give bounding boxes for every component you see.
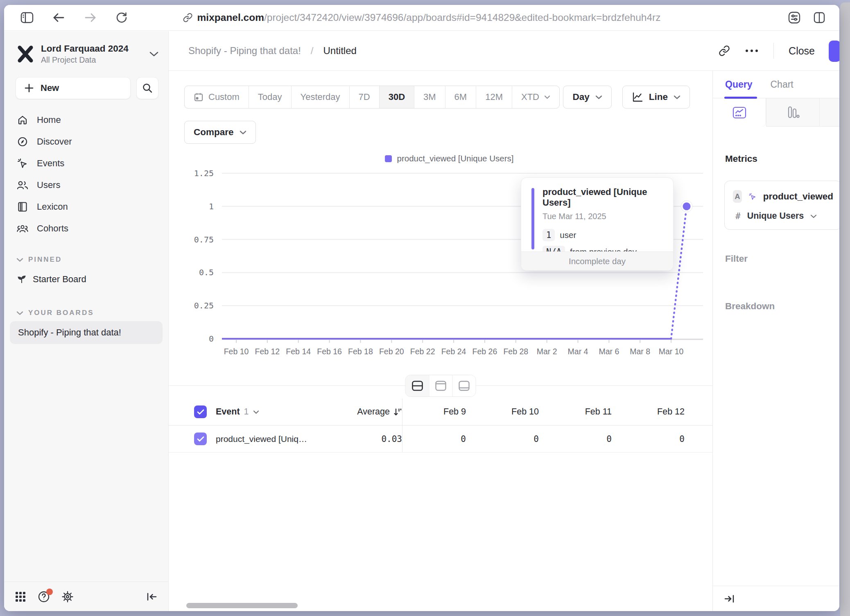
event-column-header[interactable]: Event 1 — [216, 407, 341, 417]
sidebar-item-home[interactable]: Home — [4, 109, 168, 131]
chevron-down-icon — [240, 130, 246, 135]
your-boards-section-header[interactable]: YOUR BOARDS — [4, 309, 168, 317]
chevron-down-icon — [16, 311, 23, 315]
select-all-checkbox[interactable] — [194, 405, 207, 418]
help-icon[interactable] — [38, 591, 50, 603]
granularity-dropdown[interactable]: Day — [563, 86, 611, 109]
apps-grid-icon[interactable] — [15, 591, 26, 602]
column-header-feb11[interactable]: Feb 11 — [539, 407, 612, 417]
search-button[interactable] — [136, 77, 158, 99]
sidebar-item-discover[interactable]: Discover — [4, 131, 168, 152]
funnel-bars-icon — [787, 105, 800, 119]
insights-report-tab[interactable] — [713, 98, 766, 127]
layout-table-only-toggle[interactable] — [452, 375, 476, 396]
board-item-label: Shopify - Piping that data! — [18, 327, 121, 338]
browser-window: mixpanel.com/project/3472420/view/397469… — [4, 5, 839, 611]
layout-chart-only-toggle[interactable] — [429, 375, 452, 396]
svg-text:Feb 28: Feb 28 — [503, 347, 528, 356]
sidebar-item-users[interactable]: Users — [4, 174, 168, 196]
sidebar-item-cohorts[interactable]: Cohorts — [4, 217, 168, 239]
chart-type-label: Line — [649, 92, 668, 102]
tab-query[interactable]: Query — [725, 79, 752, 90]
query-panel-footer — [713, 586, 839, 611]
horizontal-scrollbar[interactable] — [186, 603, 298, 608]
sprout-icon — [16, 274, 27, 285]
pinned-section-header[interactable]: PINNED — [4, 256, 168, 264]
aggregation-dropdown[interactable]: # Unique Users — [733, 211, 833, 221]
range-30d-selected[interactable]: 30D — [379, 86, 414, 108]
collapse-panel-icon[interactable] — [723, 593, 735, 604]
range-7d[interactable]: 7D — [349, 86, 379, 108]
range-6m[interactable]: 6M — [445, 86, 476, 108]
pinned-header-label: PINNED — [28, 256, 62, 264]
compare-dropdown[interactable]: Compare — [184, 121, 256, 144]
chart-type-dropdown[interactable]: Line — [622, 86, 690, 109]
new-button[interactable]: New — [16, 77, 131, 99]
svg-text:Feb 22: Feb 22 — [410, 347, 435, 356]
column-header-feb12[interactable]: Feb 12 — [612, 407, 685, 417]
tooltip-series-bar — [531, 188, 534, 249]
panel-tabs: Query Chart — [713, 71, 839, 98]
svg-text:Mar 10: Mar 10 — [659, 347, 684, 356]
svg-text:Feb 20: Feb 20 — [379, 347, 404, 356]
sidebar-item-starter-board[interactable]: Starter Board — [4, 269, 168, 290]
metric-card[interactable]: A product_viewed # Unique Users — [724, 181, 839, 230]
project-switcher[interactable]: Lord Farquaad 2024 All Project Data — [4, 31, 168, 68]
range-yesterday[interactable]: Yesterday — [291, 86, 349, 108]
chevron-down-icon — [16, 258, 23, 262]
users-icon — [16, 180, 29, 190]
average-label: Average — [357, 407, 390, 417]
date-range-control: Custom Today Yesterday 7D 30D 3M 6M 12M … — [184, 86, 560, 109]
svg-text:0: 0 — [209, 334, 214, 344]
legend-swatch — [385, 155, 392, 162]
funnels-report-tab[interactable] — [766, 98, 819, 127]
close-button[interactable]: Close — [789, 45, 815, 57]
range-3m[interactable]: 3M — [414, 86, 445, 108]
breadcrumb: Shopify - Piping that data! / Untitled — [188, 45, 357, 57]
column-header-feb10[interactable]: Feb 10 — [466, 407, 539, 417]
more-options-icon[interactable] — [745, 49, 759, 53]
sidebar-item-label: Cohorts — [37, 223, 68, 234]
breadcrumb-page-title[interactable]: Untitled — [323, 45, 357, 57]
table-row[interactable]: product_viewed [Uniq… 0.03 0 0 0 0 — [169, 426, 712, 453]
sidebar-item-events[interactable]: Events — [4, 152, 168, 174]
column-header-feb9[interactable]: Feb 9 — [402, 407, 466, 417]
line-chart-icon — [632, 92, 643, 102]
average-column-header[interactable]: Average — [341, 407, 402, 417]
forward-icon[interactable] — [84, 12, 97, 23]
report-type-tabs — [713, 98, 839, 127]
svg-text:Feb 12: Feb 12 — [255, 347, 280, 356]
url-path: /project/3472420/view/3974696/app/boards… — [264, 12, 660, 23]
breadcrumb-board[interactable]: Shopify - Piping that data! — [188, 45, 301, 57]
tooltip-title: product_viewed [Unique Users] — [543, 187, 662, 208]
split-view-icon[interactable] — [813, 11, 825, 24]
range-12m[interactable]: 12M — [476, 86, 512, 108]
tab-chart[interactable]: Chart — [770, 79, 793, 90]
page-settings-icon[interactable] — [788, 11, 801, 24]
range-xtd[interactable]: XTD — [512, 86, 559, 108]
row-checkbox[interactable] — [194, 433, 207, 445]
save-button-clipped[interactable] — [829, 41, 839, 62]
url-bar[interactable]: mixpanel.com/project/3472420/view/397469… — [183, 12, 661, 23]
chevron-down-icon — [810, 214, 817, 218]
range-today[interactable]: Today — [249, 86, 291, 108]
range-custom[interactable]: Custom — [185, 86, 249, 108]
back-icon[interactable] — [52, 12, 65, 23]
browser-toolbar: mixpanel.com/project/3472420/view/397469… — [4, 5, 839, 31]
layout-split-toggle[interactable] — [406, 375, 429, 396]
insights-icon — [732, 106, 747, 120]
url-domain: mixpanel.com — [197, 12, 264, 23]
sidebar: Lord Farquaad 2024 All Project Data New … — [4, 31, 169, 611]
tooltip-footer: Incomplete day — [521, 251, 673, 270]
svg-text:Feb 26: Feb 26 — [472, 347, 497, 356]
sidebar-toggle-icon[interactable] — [20, 12, 34, 23]
flows-report-tab[interactable] — [819, 98, 839, 127]
collapse-sidebar-icon[interactable] — [146, 591, 158, 602]
date-columns: Feb 9 Feb 10 Feb 11 Feb 12 — [402, 399, 712, 425]
reload-icon[interactable] — [115, 11, 128, 24]
sidebar-item-board-shopify[interactable]: Shopify - Piping that data! — [10, 321, 163, 344]
sidebar-item-lexicon[interactable]: Lexicon — [4, 196, 168, 217]
copy-link-icon[interactable] — [719, 45, 730, 57]
settings-gear-icon[interactable] — [61, 591, 74, 603]
legend-label: product_viewed [Unique Users] — [397, 154, 514, 163]
